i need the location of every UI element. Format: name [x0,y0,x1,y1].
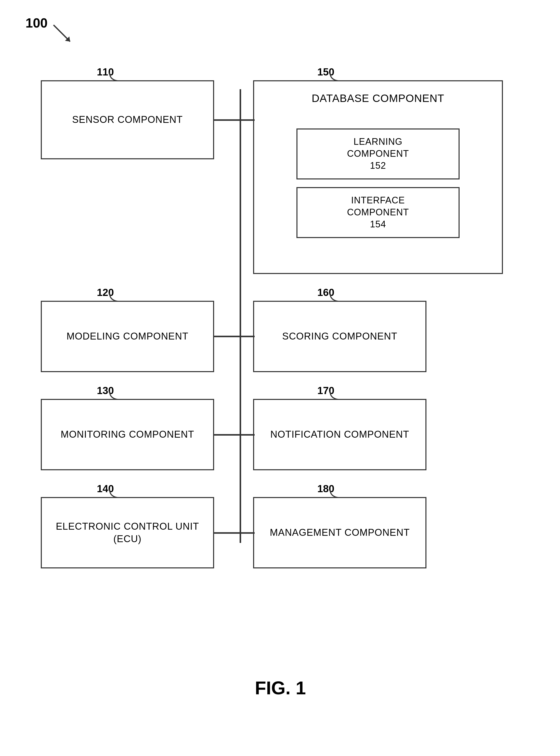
sensor-horiz-line [214,119,241,121]
bracket-ecu [107,488,122,498]
database-component-label: DATABASE COMPONENT [312,92,444,105]
ecu-component-box: ELECTRONIC CONTROL UNIT (ECU) [41,497,214,569]
diagram: 100 110 SENSOR COMPONENT 150 DATABASE CO… [25,15,535,703]
ecu-horiz-line [214,532,241,534]
notification-horiz-line [240,434,255,436]
bracket-notification [327,390,343,400]
bracket-sensor [107,72,122,82]
monitoring-component-box: MONITORING COMPONENT [41,399,214,470]
modeling-component-label: MODELING COMPONENT [66,330,188,342]
scoring-horiz-line [240,336,255,337]
modeling-horiz-line [214,336,241,337]
bracket-management [327,488,343,498]
bracket-database [327,72,343,82]
ecu-component-label: ELECTRONIC CONTROL UNIT (ECU) [42,520,213,545]
sensor-component-label: SENSOR COMPONENT [72,114,183,126]
scoring-component-label: SCORING COMPONENT [282,330,397,342]
bracket-modeling [107,292,122,302]
notification-component-box: NOTIFICATION COMPONENT [253,399,426,470]
notification-component-label: NOTIFICATION COMPONENT [271,428,409,441]
bracket-scoring [327,292,343,302]
bracket-monitoring [107,390,122,400]
interface-component-box: INTERFACECOMPONENT154 [296,187,460,238]
management-horiz-line [240,532,255,534]
monitoring-horiz-line [214,434,241,436]
monitoring-component-label: MONITORING COMPONENT [61,428,194,441]
scoring-component-box: SCORING COMPONENT [253,301,426,372]
sensor-component-box: SENSOR COMPONENT [41,80,214,159]
database-horiz-line [240,119,255,121]
management-component-box: MANAGEMENT COMPONENT [253,497,426,569]
figure-caption: FIG. 1 [255,677,306,698]
fig-number-label: 100 [25,15,48,31]
management-component-label: MANAGEMENT COMPONENT [270,526,409,539]
fig-arrow-icon [51,22,74,45]
modeling-component-box: MODELING COMPONENT [41,301,214,372]
database-component-box: DATABASE COMPONENT LEARNINGCOMPONENT152 … [253,80,503,274]
learning-component-box: LEARNINGCOMPONENT152 [296,128,460,179]
central-bus-vertical [240,89,241,543]
learning-component-label: LEARNINGCOMPONENT152 [347,136,409,172]
interface-component-label: INTERFACECOMPONENT154 [347,195,409,230]
